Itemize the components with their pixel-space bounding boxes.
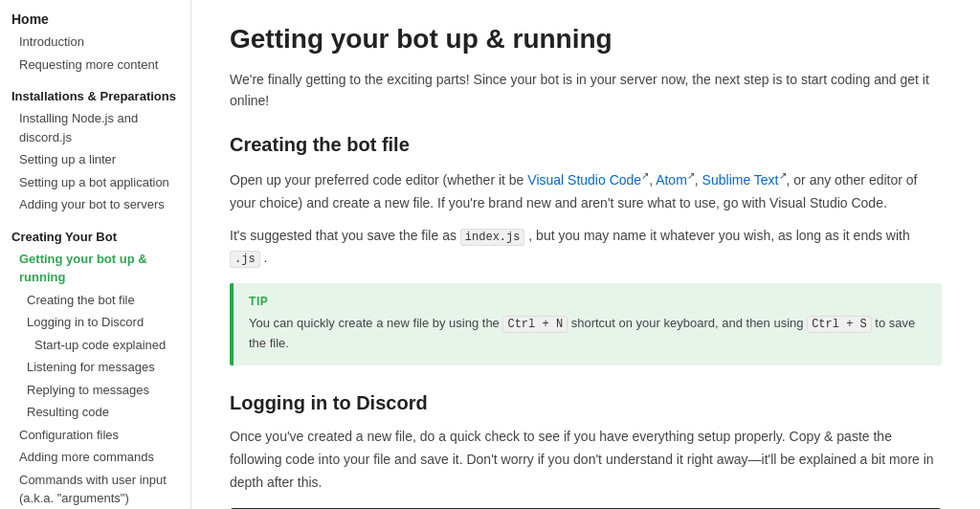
tip-code2: Ctrl + S: [807, 316, 872, 333]
sidebar-item-startup-code[interactable]: Start-up code explained: [11, 334, 190, 357]
tip-label: TIP: [249, 295, 926, 308]
link-sublime[interactable]: Sublime Text: [702, 172, 779, 188]
link-sublime-sup: ↗: [779, 170, 787, 181]
tip-code1: Ctrl + N: [502, 316, 568, 333]
sidebar-item-arguments[interactable]: Commands with user input (a.k.a. "argume…: [11, 469, 190, 510]
sidebar-item-more-commands[interactable]: Adding more commands: [11, 446, 190, 469]
section1-para2: It's suggested that you save the file as…: [230, 225, 942, 271]
sidebar-section-header-installations: Installations & Preparations: [11, 89, 190, 103]
sidebar-item-resulting-code[interactable]: Resulting code: [11, 401, 190, 424]
sidebar-item-config-files[interactable]: Configuration files: [11, 424, 190, 447]
section1-code1: index.js: [460, 229, 525, 246]
page-intro: We're finally getting to the exciting pa…: [230, 69, 942, 112]
section1-para1-prefix: Open up your preferred code editor (whet…: [230, 172, 527, 188]
sidebar-section-header-creating: Creating Your Bot: [11, 230, 190, 244]
sidebar-item-bot-file[interactable]: Creating the bot file: [11, 289, 190, 312]
link-atom[interactable]: Atom: [656, 172, 687, 188]
page-title: Getting your bot up & running: [230, 23, 942, 55]
section1-para1: Open up your preferred code editor (whet…: [230, 167, 942, 214]
link-vscode[interactable]: Visual Studio Code: [527, 172, 641, 188]
sidebar-item-bot-app[interactable]: Setting up a bot application: [11, 171, 190, 194]
section1-para2-middle: , but you may name it whatever you wish,…: [524, 228, 909, 243]
link-vscode-sup: ↗: [641, 170, 649, 181]
sidebar-item-requesting-more[interactable]: Requesting more content: [11, 54, 190, 77]
tip-text-prefix: You can quickly create a new file by usi…: [249, 316, 502, 330]
tip-text-middle: shortcut on your keyboard, and then usin…: [568, 316, 807, 330]
sidebar-item-installing-node[interactable]: Installing Node.js and discord.js: [11, 107, 190, 148]
tip-text: You can quickly create a new file by usi…: [249, 314, 926, 354]
section1-code2: .js: [230, 251, 260, 268]
section2-para1: Once you've created a new file, do a qui…: [230, 426, 942, 494]
section2-title: Logging in to Discord: [230, 392, 942, 414]
section1-para2-prefix: It's suggested that you save the file as: [230, 228, 460, 243]
sidebar-top-header: Home: [11, 11, 190, 27]
sidebar-item-replying[interactable]: Replying to messages: [11, 379, 190, 402]
tip-box: TIP You can quickly create a new file by…: [230, 283, 942, 365]
sidebar-item-listening[interactable]: Listening for messages: [11, 356, 190, 379]
sidebar: Home Introduction Requesting more conten…: [0, 0, 191, 509]
link-atom-sup: ↗: [687, 170, 695, 181]
sidebar-item-add-bot[interactable]: Adding your bot to servers: [11, 193, 190, 216]
sidebar-item-logging-discord[interactable]: Logging in to Discord: [11, 311, 190, 334]
sidebar-item-getting-running[interactable]: Getting your bot up & running: [11, 248, 190, 289]
sidebar-item-introduction[interactable]: Introduction: [11, 31, 190, 54]
main-content: Getting your bot up & running We're fina…: [191, 0, 980, 509]
section1-para2-suffix: .: [260, 250, 268, 265]
section1-title: Creating the bot file: [230, 134, 942, 156]
sidebar-item-linter[interactable]: Setting up a linter: [11, 148, 190, 171]
